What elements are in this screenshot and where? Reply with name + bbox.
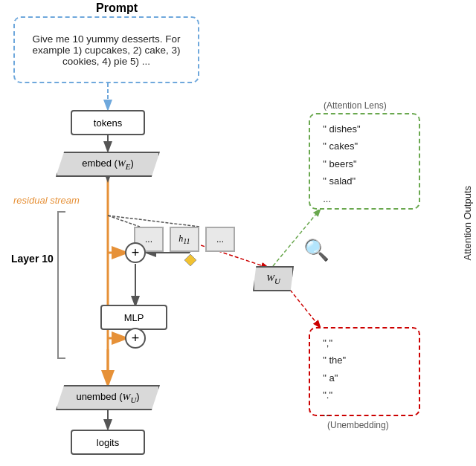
prompt-label: Prompt bbox=[96, 1, 138, 15]
attention-outputs-label: Attention Outputs bbox=[462, 186, 473, 260]
tokens-box: tokens bbox=[71, 110, 145, 135]
unembedding-box: "," " the" " a" "." ... bbox=[309, 327, 420, 416]
plus-circle-2: + bbox=[125, 328, 146, 349]
attention-lens-item-0: " dishes" bbox=[318, 120, 411, 137]
mlp-box: MLP bbox=[100, 305, 167, 330]
attention-lens-item-1: " cakes" bbox=[318, 137, 411, 155]
embed-box: embed (WE) bbox=[56, 152, 160, 177]
layer-label: Layer 10 bbox=[11, 253, 54, 265]
prompt-box: Give me 10 yummy desserts. For example 1… bbox=[13, 16, 199, 83]
hidden-dots2-box: ... bbox=[205, 227, 235, 252]
attention-lens-box: " dishes" " cakes" " beers" " salad" ... bbox=[309, 113, 420, 210]
svg-line-14 bbox=[290, 290, 320, 327]
plus-circle-1: + bbox=[125, 242, 146, 263]
unembed-box: unembed (WU) bbox=[56, 385, 160, 410]
logits-box: logits bbox=[71, 430, 145, 455]
hidden-h11-box: h11 bbox=[170, 227, 199, 252]
unembedding-item-2: " a" bbox=[318, 369, 411, 386]
svg-marker-18 bbox=[184, 254, 196, 266]
unembedding-item-0: "," bbox=[318, 334, 411, 352]
residual-label: residual stream bbox=[13, 195, 80, 206]
wu-box: WU bbox=[253, 266, 294, 291]
unembedding-item-1: " the" bbox=[318, 352, 411, 369]
attention-lens-item-4: ... bbox=[318, 190, 411, 207]
diagram: Prompt Give me 10 yummy desserts. For ex… bbox=[0, 0, 476, 466]
diamond-marker bbox=[184, 254, 196, 266]
svg-line-16 bbox=[108, 216, 140, 227]
unembedding-label: (Unembedding) bbox=[327, 420, 389, 430]
attention-lens-item-2: " beers" bbox=[318, 155, 411, 172]
attention-lens-item-3: " salad" bbox=[318, 172, 411, 190]
search-icon: 🔍 bbox=[303, 238, 329, 262]
unembedding-item-4: ... bbox=[318, 404, 411, 421]
unembedding-item-3: "." bbox=[318, 386, 411, 404]
attention-lens-label: (Attention Lens) bbox=[324, 100, 387, 111]
svg-line-17 bbox=[108, 216, 199, 227]
